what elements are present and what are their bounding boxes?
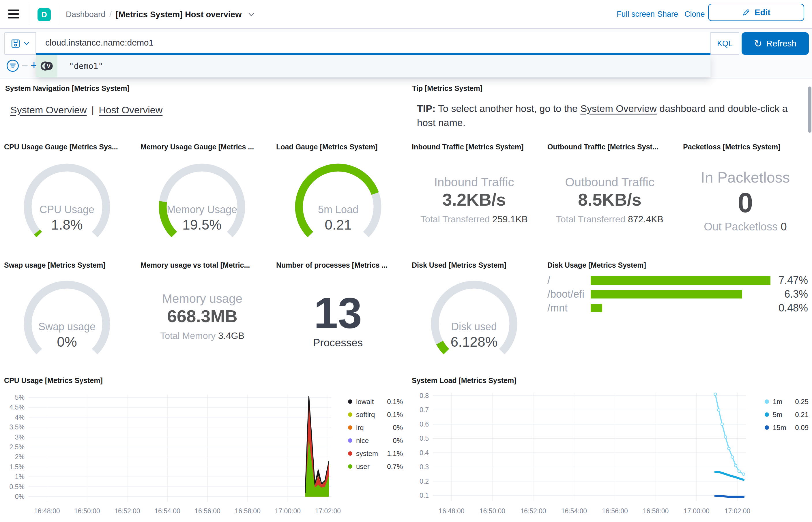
svg-text:0.8: 0.8 bbox=[420, 392, 429, 399]
disk-mount-label: / bbox=[548, 274, 591, 286]
panel-title-memory-vs-total: Memory usage vs total [Metric... bbox=[140, 261, 250, 269]
disk-bar bbox=[591, 276, 770, 285]
menu-hamburger-icon[interactable] bbox=[8, 7, 19, 21]
page-title[interactable]: [Metrics System] Host overview bbox=[116, 10, 242, 19]
legend-item-irq[interactable]: irq0% bbox=[348, 421, 403, 434]
legend-value: 0% bbox=[393, 437, 403, 445]
outbound-traffic-total: Total Transferred 872.4KB bbox=[542, 214, 677, 225]
load-gauge-value: 0.21 bbox=[289, 217, 387, 233]
suggestion-value: "demo1" bbox=[57, 55, 103, 77]
saved-query-menu-button[interactable] bbox=[4, 32, 36, 55]
legend-label: user bbox=[356, 463, 387, 471]
legend-item-nice[interactable]: nice0% bbox=[348, 434, 403, 447]
panel-title-disk-used: Disk Used [Metrics System] bbox=[412, 261, 507, 269]
kql-query-input[interactable] bbox=[36, 32, 710, 53]
breadcrumb-separator: / bbox=[105, 10, 116, 19]
panel-title-outbound-traffic: Outbound Traffic [Metrics Syst... bbox=[548, 143, 658, 151]
legend-color-dot bbox=[348, 399, 352, 404]
svg-text:2.5%: 2.5% bbox=[9, 443, 24, 451]
svg-text:3.5%: 3.5% bbox=[9, 423, 24, 431]
load-chart-legend: 1m0.255m0.2115m0.09 bbox=[765, 395, 809, 434]
memory-usage-value: 668.3MB bbox=[135, 306, 270, 326]
svg-text:1.5%: 1.5% bbox=[9, 463, 24, 471]
cpu-gauge-label: CPU Usage bbox=[18, 204, 116, 216]
disk-usage-row[interactable]: /boot/efi6.3% bbox=[548, 287, 808, 301]
memory-usage-label: Memory usage bbox=[135, 292, 270, 306]
disk-usage-row[interactable]: /7.47% bbox=[548, 274, 808, 287]
svg-text:V: V bbox=[47, 63, 51, 69]
legend-color-dot bbox=[765, 425, 769, 430]
title-chevron-down-icon[interactable] bbox=[246, 9, 256, 19]
full-screen-button[interactable]: Full screen bbox=[617, 10, 655, 19]
svg-text:0.5: 0.5 bbox=[420, 435, 429, 442]
legend-item-5m[interactable]: 5m0.21 bbox=[765, 408, 809, 421]
svg-text:16:48:00: 16:48:00 bbox=[34, 507, 60, 515]
svg-text:16:48:00: 16:48:00 bbox=[439, 507, 464, 515]
legend-color-dot bbox=[765, 399, 769, 404]
disk-usage-row[interactable]: /mnt0.48% bbox=[548, 301, 808, 315]
legend-item-softirq[interactable]: softirq0.1% bbox=[348, 408, 403, 421]
svg-text:3%: 3% bbox=[15, 434, 24, 441]
pencil-icon bbox=[742, 8, 751, 17]
svg-text:16:58:00: 16:58:00 bbox=[643, 507, 669, 515]
system-load-chart[interactable]: 16:48:0016:50:0016:52:0016:54:0016:56:00… bbox=[404, 372, 756, 522]
inbound-traffic-label: Inbound Traffic bbox=[406, 175, 542, 189]
cpu-usage-chart[interactable]: 16:48:0016:50:0016:52:0016:54:0016:56:00… bbox=[0, 372, 340, 522]
query-language-button[interactable]: KQL bbox=[710, 32, 739, 55]
host-overview-link[interactable]: Host Overview bbox=[99, 104, 162, 115]
chevron-down-icon bbox=[23, 40, 30, 47]
legend-item-system[interactable]: system1.1% bbox=[348, 447, 403, 460]
refresh-button[interactable]: ↻ Refresh bbox=[741, 32, 809, 55]
svg-text:1%: 1% bbox=[15, 473, 24, 480]
value-token-icon: V bbox=[40, 59, 54, 73]
legend-item-user[interactable]: user0.7% bbox=[348, 460, 403, 473]
legend-item-iowait[interactable]: iowait0.1% bbox=[348, 395, 403, 408]
page-scrollbar-thumb[interactable] bbox=[808, 86, 811, 133]
disk-bar-track bbox=[591, 276, 770, 285]
tip-system-overview-link[interactable]: System Overview bbox=[580, 103, 657, 114]
legend-label: irq bbox=[356, 424, 393, 432]
inbound-traffic-value: 3.2KB/s bbox=[406, 190, 542, 210]
header-divider-2 bbox=[58, 4, 58, 25]
outbound-traffic-label: Outbound Traffic bbox=[542, 175, 677, 189]
query-suggestion-item[interactable]: V "demo1" bbox=[36, 55, 710, 77]
disk-percent-value: 7.47% bbox=[770, 274, 808, 286]
legend-item-15m[interactable]: 15m0.09 bbox=[765, 421, 809, 434]
panel-title-cpu-gauge: CPU Usage Gauge [Metrics Sys... bbox=[4, 143, 118, 151]
disk-bar bbox=[591, 290, 742, 299]
svg-text:17:02:00: 17:02:00 bbox=[315, 507, 340, 515]
cpu-chart-legend: iowait0.1%softirq0.1%irq0%nice0%system1.… bbox=[348, 395, 403, 473]
disk-usage-bar-chart: /7.47%/boot/efi6.3%/mnt0.48% bbox=[548, 274, 808, 315]
system-navigation-links: System Overview | Host Overview bbox=[11, 104, 162, 116]
filter-bar: − + bbox=[0, 57, 36, 77]
memory-usage-total: Total Memory 3.4GB bbox=[135, 330, 270, 341]
space-avatar[interactable]: D bbox=[38, 8, 51, 21]
panel-title-memory-gauge: Memory Usage Gauge [Metrics ... bbox=[140, 143, 254, 151]
edit-button[interactable]: Edit bbox=[708, 4, 804, 21]
legend-color-dot bbox=[348, 464, 352, 469]
breadcrumb-dashboard-link[interactable]: Dashboard bbox=[66, 10, 105, 19]
svg-text:0.6: 0.6 bbox=[420, 421, 429, 428]
legend-color-dot bbox=[765, 413, 769, 417]
remove-filter-icon[interactable]: − bbox=[21, 59, 28, 73]
share-button[interactable]: Share bbox=[657, 10, 678, 19]
panel-title-system-navigation: System Navigation [Metrics System] bbox=[5, 84, 130, 93]
filter-menu-icon[interactable] bbox=[6, 59, 20, 73]
legend-color-dot bbox=[348, 451, 352, 456]
legend-item-1m[interactable]: 1m0.25 bbox=[765, 395, 809, 408]
svg-text:16:52:00: 16:52:00 bbox=[114, 507, 140, 515]
svg-text:16:58:00: 16:58:00 bbox=[235, 507, 261, 515]
svg-text:0.5%: 0.5% bbox=[9, 483, 24, 490]
svg-text:0.2: 0.2 bbox=[420, 478, 429, 485]
disk-used-value: 6.128% bbox=[425, 334, 523, 350]
legend-value: 0.21 bbox=[795, 411, 809, 419]
panel-title-swap-usage: Swap usage [Metrics System] bbox=[4, 261, 106, 269]
legend-value: 0.09 bbox=[795, 424, 809, 432]
disk-bar bbox=[591, 304, 602, 312]
disk-bar-track bbox=[591, 290, 770, 299]
swap-gauge-value: 0% bbox=[18, 334, 116, 350]
svg-text:4.5%: 4.5% bbox=[9, 403, 24, 411]
system-overview-link[interactable]: System Overview bbox=[11, 104, 87, 115]
clone-button[interactable]: Clone bbox=[685, 10, 705, 19]
memory-gauge-value: 19.5% bbox=[153, 217, 251, 233]
